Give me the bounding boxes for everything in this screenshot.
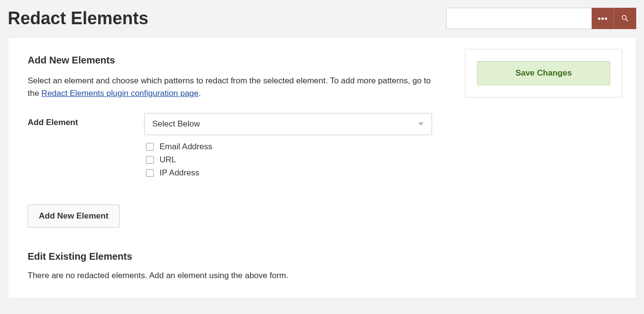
main-panel: Add New Elements Select an element and c… <box>8 37 636 298</box>
add-elements-intro: Select an element and choose which patte… <box>28 75 432 100</box>
edit-elements-heading: Edit Existing Elements <box>28 251 432 262</box>
checkbox-row: Email Address <box>146 142 432 152</box>
config-page-link[interactable]: Redact Elements plugin configuration pag… <box>41 89 198 98</box>
ellipsis-icon <box>598 17 608 20</box>
checkbox-email-address[interactable] <box>146 143 154 151</box>
checkbox-ip-address[interactable] <box>146 169 154 177</box>
checkbox-label: URL <box>160 155 176 165</box>
advanced-search-button[interactable] <box>592 8 614 29</box>
pattern-checkbox-list: Email Address URL IP Address <box>144 142 432 178</box>
checkbox-url[interactable] <box>146 156 154 164</box>
page-title: Redact Elements <box>8 8 148 29</box>
save-card: Save Changes <box>465 49 622 97</box>
select-selected-value: Select Below <box>152 119 200 129</box>
search-input[interactable] <box>446 8 592 29</box>
checkbox-label: IP Address <box>160 168 199 178</box>
search-icon <box>621 14 629 23</box>
edit-elements-empty-message: There are no redacted elements. Add an e… <box>28 271 432 281</box>
add-new-element-button[interactable]: Add New Element <box>28 204 120 228</box>
element-select[interactable]: Select Below <box>144 113 432 135</box>
checkbox-row: URL <box>146 155 432 165</box>
intro-text-suffix: . <box>199 89 201 98</box>
chevron-down-icon <box>418 122 424 126</box>
add-element-label: Add Element <box>28 113 144 127</box>
checkbox-label: Email Address <box>160 142 212 152</box>
checkbox-row: IP Address <box>146 168 432 178</box>
add-elements-heading: Add New Elements <box>28 55 432 66</box>
search-button[interactable] <box>614 8 636 29</box>
save-changes-button[interactable]: Save Changes <box>477 61 610 85</box>
search-group <box>446 8 636 29</box>
